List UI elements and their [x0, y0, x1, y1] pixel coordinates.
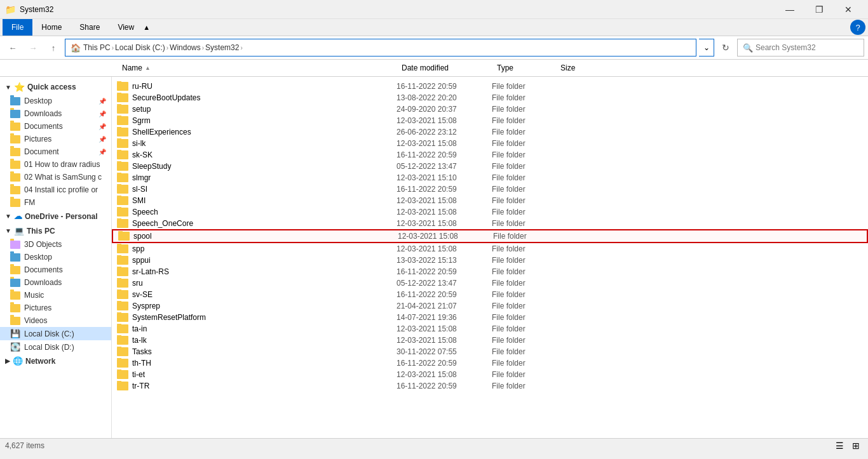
table-row[interactable]: sl-SI 16-11-2022 20:59 File folder [112, 183, 868, 195]
sidebar-network-header[interactable]: ▶ 🌐 Network [0, 354, 111, 368]
file-type-cell: File folder [487, 218, 550, 229]
breadcrumb-arrow-4: › [240, 44, 242, 51]
titlebar: 📁 System32 — ❐ ✕ [0, 0, 868, 19]
close-button[interactable]: ✕ [834, 0, 863, 19]
sidebar-item-desktop-quick[interactable]: Desktop 📌 [0, 95, 111, 107]
up-button[interactable]: ↑ [44, 39, 62, 57]
table-row[interactable]: ru-RU 16-11-2022 20:59 File folder [112, 81, 868, 92]
breadcrumb-thispc[interactable]: This PC [83, 43, 111, 52]
sidebar-pictures-label-quick: Pictures [24, 135, 51, 143]
table-row[interactable]: SMI 12-03-2021 15:08 File folder [112, 195, 868, 206]
sidebar-item-localdisk-d[interactable]: 💽 Local Disk (D:) [0, 340, 111, 354]
table-row[interactable]: tr-TR 16-11-2022 20:59 File folder [112, 380, 868, 392]
sidebar-item-documents-pc[interactable]: Documents [0, 263, 111, 276]
sidebar-item-fm-quick[interactable]: FM [0, 196, 111, 209]
table-row[interactable]: ti-et 12-03-2021 15:08 File folder [112, 369, 868, 380]
sidebar-item-pictures-quick[interactable]: Pictures 📌 [0, 133, 111, 145]
large-icons-view-button[interactable]: ⊞ [849, 439, 863, 453]
address-dropdown-button[interactable]: ⌄ [699, 39, 714, 57]
sidebar-item-01-quick[interactable]: 01 How to draw radius [0, 158, 111, 171]
sidebar-item-02-quick[interactable]: 02 What is SamSung c [0, 171, 111, 183]
table-row[interactable]: sr-Latn-RS 16-11-2022 20:59 File folder [112, 266, 868, 277]
back-button[interactable]: ← [4, 39, 22, 57]
table-row[interactable]: SystemResetPlatform 14-07-2021 19:36 Fil… [112, 312, 868, 323]
table-row[interactable]: ta-lk 12-03-2021 15:08 File folder [112, 335, 868, 346]
search-input[interactable] [756, 43, 858, 52]
sidebar-item-desktop-pc[interactable]: Desktop [0, 251, 111, 263]
sidebar-quickaccess-header[interactable]: ▼ ⭐ Quick access [0, 79, 111, 95]
breadcrumb-localdisk[interactable]: Local Disk (C:) [115, 43, 165, 52]
breadcrumb-windows[interactable]: Windows [170, 43, 201, 52]
tab-share[interactable]: Share [71, 19, 109, 36]
file-name: sru [132, 279, 143, 288]
file-type-cell: File folder [487, 207, 550, 217]
sidebar-thispc-header[interactable]: ▼ 💻 This PC [0, 223, 111, 238]
address-bar[interactable]: 🏠 This PC › Local Disk (C:) › Windows › … [65, 39, 696, 57]
table-row[interactable]: Speech 12-03-2021 15:08 File folder [112, 206, 868, 218]
table-row[interactable]: si-lk 12-03-2021 15:08 File folder [112, 138, 868, 149]
file-name-cell: Tasks [112, 347, 391, 357]
tab-view[interactable]: View [109, 19, 143, 36]
table-row[interactable]: ShellExperiences 26-06-2022 23:12 File f… [112, 126, 868, 138]
col-header-size[interactable]: Size [555, 62, 580, 74]
table-row[interactable]: sru 05-12-2022 13:47 File folder [112, 277, 868, 289]
col-header-date[interactable]: Date modified [397, 62, 454, 74]
file-size-cell [550, 86, 601, 87]
sidebar-item-3dobjects[interactable]: 3D Objects [0, 238, 111, 251]
refresh-button[interactable]: ↻ [717, 39, 735, 57]
file-type-cell: File folder [487, 312, 550, 323]
sidebar-item-documents-quick[interactable]: Documents 📌 [0, 120, 111, 133]
sidebar-item-videos-pc[interactable]: Videos [0, 314, 111, 327]
sidebar-item-music-pc[interactable]: Music [0, 289, 111, 302]
file-type-cell: File folder [487, 196, 550, 206]
table-row[interactable]: sk-SK 16-11-2022 20:59 File folder [112, 149, 868, 161]
table-row[interactable]: spp 12-03-2021 15:08 File folder [112, 243, 868, 255]
table-row[interactable]: th-TH 16-11-2022 20:59 File folder [112, 357, 868, 369]
ribbon-expand-button[interactable]: ▲ [143, 23, 150, 31]
sidebar-item-downloads-pc[interactable]: Downloads [0, 276, 111, 289]
sidebar-onedrive-label: OneDrive - Personal [25, 212, 98, 221]
sort-icon: ▲ [145, 65, 151, 71]
file-name: sl-SI [132, 185, 147, 194]
breadcrumb-system32[interactable]: System32 [205, 43, 239, 52]
sidebar: ▼ ⭐ Quick access Desktop 📌 Downloads 📌 D… [0, 77, 112, 438]
file-date-cell: 16-11-2022 20:59 [391, 381, 487, 391]
table-row[interactable]: SleepStudy 05-12-2022 13:47 File folder [112, 161, 868, 172]
file-date-cell: 16-11-2022 20:59 [391, 81, 487, 91]
table-row[interactable]: spool 12-03-2021 15:08 File folder [112, 229, 868, 243]
tab-file[interactable]: File [3, 19, 32, 36]
breadcrumb-arrow-2: › [166, 44, 168, 51]
search-box[interactable]: 🔍 [737, 39, 864, 57]
table-row[interactable]: Speech_OneCore 12-03-2021 15:08 File fol… [112, 218, 868, 229]
table-row[interactable]: SecureBootUpdates 13-08-2022 20:20 File … [112, 92, 868, 103]
maximize-button[interactable]: ❐ [804, 0, 834, 19]
search-icon: 🔍 [743, 43, 753, 53]
table-row[interactable]: Tasks 30-11-2022 07:55 File folder [112, 346, 868, 357]
sidebar-item-04-quick[interactable]: 04 Install icc profile or [0, 183, 111, 196]
table-row[interactable]: slmgr 12-03-2021 15:10 File folder [112, 172, 868, 183]
sidebar-item-downloads-quick[interactable]: Downloads 📌 [0, 107, 111, 120]
table-row[interactable]: ta-in 12-03-2021 15:08 File folder [112, 323, 868, 335]
sidebar-item-localdisk-c[interactable]: 💾 Local Disk (C:) [0, 327, 111, 340]
sidebar-videos-pc-label: Videos [24, 316, 47, 325]
pin-icon-2: 📌 [98, 110, 106, 117]
tab-home[interactable]: Home [32, 19, 71, 36]
file-name: Sgrm [132, 116, 151, 125]
addressbar-row: ← → ↑ 🏠 This PC › Local Disk (C:) › Wind… [0, 36, 868, 60]
table-row[interactable]: sv-SE 16-11-2022 20:59 File folder [112, 289, 868, 300]
sidebar-onedrive-header[interactable]: ▼ ☁ OneDrive - Personal [0, 209, 111, 223]
forward-button[interactable]: → [24, 39, 42, 57]
folder-04-icon [10, 186, 20, 194]
table-row[interactable]: setup 24-09-2020 20:37 File folder [112, 103, 868, 115]
table-row[interactable]: Sgrm 12-03-2021 15:08 File folder [112, 115, 868, 126]
sidebar-item-pictures-pc[interactable]: Pictures [0, 302, 111, 314]
details-view-button[interactable]: ☰ [832, 439, 846, 453]
ribbon-help-button[interactable]: ? [850, 20, 865, 35]
table-row[interactable]: sppui 13-03-2022 15:13 File folder [112, 255, 868, 266]
table-row[interactable]: Sysprep 21-04-2021 21:07 File folder [112, 300, 868, 312]
sidebar-item-document-quick[interactable]: Document 📌 [0, 145, 111, 158]
col-header-name[interactable]: Name ▲ [117, 62, 156, 74]
file-name-cell: ti-et [112, 369, 391, 380]
minimize-button[interactable]: — [775, 0, 804, 19]
col-header-type[interactable]: Type [492, 62, 519, 74]
